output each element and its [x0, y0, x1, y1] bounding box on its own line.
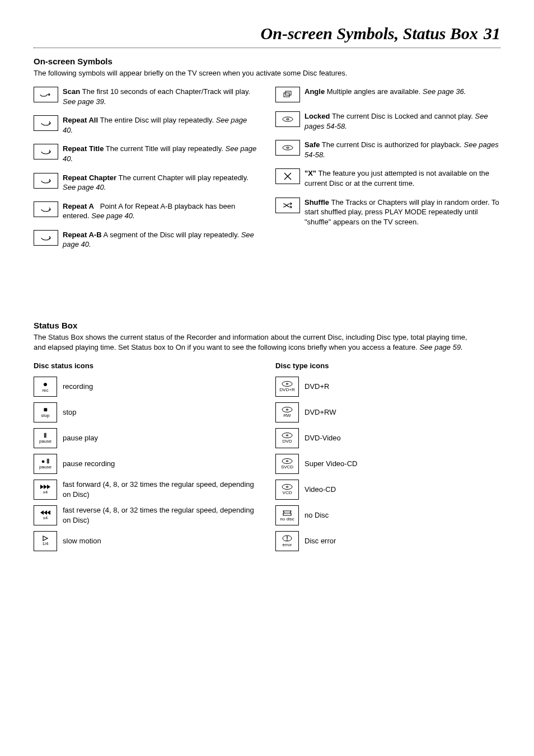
type-label: DVD-Video	[305, 433, 341, 443]
pause-record-icon: ● Ⅱ pause	[34, 454, 57, 474]
status-pause-recording: ● Ⅱ pause pause recording	[34, 454, 259, 474]
symbol-body: Multiple angles are available.	[327, 87, 421, 96]
symbol-title: Repeat A-B	[63, 231, 102, 239]
symbol-repeat-title: Repeat Title The current Title will play…	[34, 144, 259, 163]
svg-point-7	[286, 383, 288, 384]
svg-point-14	[282, 485, 292, 490]
type-label: DVD+R	[305, 382, 329, 392]
status-label: stop	[63, 407, 77, 417]
scan-icon	[34, 87, 58, 102]
status-intro-text: The Status Box shows the current status …	[34, 333, 467, 351]
disc-type-head: Disc type icons	[275, 361, 500, 371]
x-icon	[275, 168, 300, 184]
pause-icon: Ⅱ pause	[34, 428, 57, 448]
status-slow-motion: 1/4 slow motion	[34, 531, 259, 551]
status-fast-reverse: x4 fast reverse (4, 8, or 32 times the r…	[34, 505, 259, 525]
status-fast-forward: x4 fast forward (4, 8, or 32 times the r…	[34, 480, 259, 500]
disc-icon: VCD	[275, 480, 299, 500]
page-header: On-screen Symbols, Status Box 31	[34, 22, 500, 48]
repeat-ab-icon	[34, 230, 58, 246]
symbol-locked: Locked The current Disc is Locked and ca…	[275, 111, 500, 131]
symbols-intro: The following symbols will appear briefl…	[34, 68, 470, 78]
repeat-title-icon	[34, 144, 58, 159]
repeat-chapter-icon	[34, 173, 58, 189]
status-intro-ref: See page 59.	[419, 343, 462, 351]
error-icon: error	[275, 531, 299, 551]
symbol-repeat-ab: Repeat A-B A segment of the Disc will pl…	[34, 230, 259, 250]
symbol-body: The feature you just attempted is not av…	[305, 169, 489, 187]
symbols-left-col: Scan The first 10 seconds of each Chapte…	[34, 87, 259, 259]
symbol-body: The entire Disc will play repeatedly.	[100, 116, 214, 124]
symbol-title: Angle	[305, 87, 325, 96]
symbol-body: The current Disc is Locked and cannot pl…	[332, 112, 473, 120]
status-label: recording	[63, 382, 93, 392]
status-label: pause recording	[63, 459, 115, 469]
symbol-body: The current Title will play repeatedly.	[106, 144, 223, 153]
status-label: fast forward (4, 8, or 32 times the regu…	[63, 480, 259, 499]
symbol-ref: See page 40.	[91, 212, 134, 220]
stop-icon: ■ stop	[34, 402, 57, 422]
status-stop: ■ stop stop	[34, 402, 259, 422]
symbols-heading: On-screen Symbols	[34, 56, 500, 67]
symbol-ref: See page 36.	[423, 87, 466, 96]
symbol-repeat-chapter: Repeat Chapter The current Chapter will …	[34, 173, 259, 192]
type-label: Disc error	[305, 536, 336, 546]
disc-status-head: Disc status icons	[34, 361, 259, 371]
type-label: DVD+RW	[305, 407, 336, 417]
status-intro: The Status Box shows the current status …	[34, 332, 470, 352]
status-label: slow motion	[63, 536, 101, 546]
symbols-right-col: Angle Multiple angles are available. See…	[275, 87, 500, 259]
onscreen-symbols-section: On-screen Symbols The following symbols …	[34, 56, 500, 259]
disc-type-col: Disc type icons DVD+R DVD+R RW DVD+RW	[275, 361, 500, 557]
disc-icon: SVCD	[275, 454, 299, 474]
status-label: pause play	[63, 433, 98, 443]
svg-point-10	[282, 433, 292, 438]
svg-point-8	[282, 407, 292, 412]
svg-point-12	[282, 459, 292, 464]
symbol-repeat-all: Repeat All The entire Disc will play rep…	[34, 115, 259, 135]
symbol-scan: Scan The first 10 seconds of each Chapte…	[34, 87, 259, 106]
disc-icon: DVD+R	[275, 377, 299, 397]
type-label: Super Video-CD	[305, 459, 357, 469]
svg-point-6	[282, 382, 292, 387]
symbol-ref: See page 39.	[63, 97, 106, 106]
svg-point-11	[286, 435, 288, 436]
fast-forward-icon: x4	[34, 480, 57, 500]
slow-motion-icon: 1/4	[34, 531, 57, 551]
safe-icon	[275, 140, 300, 156]
record-icon: ● rec	[34, 377, 57, 397]
symbol-shuffle: Shuffle The Tracks or Chapters will play…	[275, 198, 500, 227]
symbol-safe: Safe The current Disc is authorized for …	[275, 140, 500, 159]
symbol-title: Shuffle	[305, 198, 329, 206]
type-dvdr: DVD+R DVD+R	[275, 377, 500, 397]
symbol-title: Repeat Title	[63, 144, 104, 153]
symbol-title: Safe	[305, 140, 320, 149]
status-recording: ● rec recording	[34, 377, 259, 397]
svg-point-9	[286, 409, 288, 410]
type-nodisc: no disc no Disc	[275, 505, 500, 525]
status-label: fast reverse (4, 8, or 32 times the regu…	[63, 505, 259, 525]
symbol-ref: See page 40.	[63, 183, 106, 191]
symbol-title: Repeat All	[63, 116, 98, 124]
symbol-repeat-a: Repeat A Point A for Repeat A-B playback…	[34, 201, 259, 221]
svg-point-15	[286, 486, 288, 487]
status-heading: Status Box	[34, 320, 500, 331]
svg-point-2	[283, 117, 293, 121]
type-label: no Disc	[305, 510, 329, 520]
svg-point-4	[283, 145, 293, 150]
symbol-x: "X" The feature you just attempted is no…	[275, 168, 500, 188]
page-title: On-screen Symbols, Status Box	[261, 22, 478, 45]
repeat-all-icon	[34, 115, 58, 131]
repeat-a-icon	[34, 201, 58, 217]
status-pause-play: Ⅱ pause pause play	[34, 428, 259, 448]
symbol-title: Scan	[63, 87, 80, 96]
type-svcd: SVCD Super Video-CD	[275, 454, 500, 474]
svg-point-18	[287, 539, 288, 541]
symbol-body: The Tracks or Chapters will play in rand…	[305, 198, 499, 226]
type-discerror: error Disc error	[275, 531, 500, 551]
tray-icon: no disc	[275, 505, 299, 525]
type-dvdvideo: DVD DVD-Video	[275, 428, 500, 448]
type-dvdrw: RW DVD+RW	[275, 402, 500, 422]
shuffle-icon	[275, 198, 300, 213]
angle-icon	[275, 87, 300, 102]
